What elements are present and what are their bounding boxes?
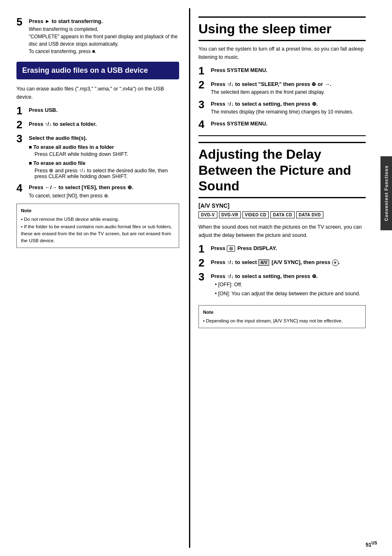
sleep-step-3-content: Press ↑/↓ to select a setting, then pres… (211, 99, 366, 116)
right-column: Using the sleep timer You can set the sy… (189, 8, 378, 548)
adjust-step-2-label: Press ↑/↓ to select A/V [A/V SYNC], then… (211, 259, 366, 266)
sleep-step-3-desc: The minutes display (the remaining time)… (211, 108, 366, 116)
adjust-step-2-content: Press ↑/↓ to select A/V [A/V SYNC], then… (211, 257, 366, 267)
step-5-desc: When transferring is completed, "COMPLET… (29, 25, 179, 55)
erase-step-2-label: Press ↑/↓ to select a folder. (29, 121, 179, 127)
erase-step-4-number: 4 (16, 183, 25, 193)
sleep-step-4-content: Press SYSTEM MENU. (211, 119, 366, 128)
erase-step-4-cancel: To cancel, select [NO], then press ⊕. (29, 192, 179, 199)
adjust-step-1: 1 Press ⊟ Press DISPLAY. (198, 243, 366, 254)
adjust-note-box: Note Depending on the input stream, [A/V… (198, 305, 366, 329)
erase-step-3-content: Select the audio file(s). To erase all a… (29, 133, 179, 179)
badge-videocd: VIDEO CD (242, 211, 269, 218)
adjust-step-1-content: Press ⊟ Press DISPLAY. (211, 243, 366, 253)
erase-section-header: Erasing audio files on a USB device (16, 62, 179, 79)
erase-step-3-label: Select the audio file(s). (29, 135, 179, 141)
sleep-step-1-label: Press SYSTEM MENU. (211, 67, 366, 73)
adjusting-intro: When the sound does not match the pictur… (198, 223, 366, 239)
erase-step-2-content: Press ↑/↓ to select a folder. (29, 119, 179, 128)
erase-step-3: 3 Select the audio file(s). To erase all… (16, 133, 179, 179)
erase-section-title: Erasing audio files on a USB device (22, 66, 173, 75)
option-on: [ON]: You can adjust the delay between t… (215, 290, 366, 298)
adjust-step-3-number: 3 (198, 271, 208, 282)
sleep-step-4-number: 4 (198, 119, 208, 130)
erase-step-4: 4 Press ←/→ to select [YES], then press … (16, 183, 179, 199)
sidebar-tab: Convenient Functions (380, 156, 392, 230)
page-number: 51US (366, 541, 377, 548)
sidebar-tab-label: Convenient Functions (384, 165, 389, 221)
sleep-step-1-number: 1 (198, 65, 208, 76)
erase-note-title: Note (21, 207, 175, 214)
adjust-note-1: Depending on the input stream, [A/V SYNC… (203, 317, 361, 324)
step-5-label: Press ► to start transferring. (29, 18, 179, 24)
av-sync-subtitle: [A/V SYNC] (198, 202, 366, 209)
page: 5 Press ► to start transferring. When tr… (0, 0, 392, 556)
badge-datadvd: DATA DVD (296, 211, 323, 218)
section-divider (198, 135, 366, 136)
badge-datacd: DATA CD (270, 211, 295, 218)
erase-step-2: 2 Press ↑/↓ to select a folder. (16, 119, 179, 130)
adjust-step-3-options: [OFF]: Off. [ON]: You can adjust the del… (211, 281, 366, 298)
av-sync-badge: A/V (258, 259, 270, 266)
sleep-step-1-content: Press SYSTEM MENU. (211, 65, 366, 74)
step-5-content: Press ► to start transferring. When tran… (29, 16, 179, 55)
adjust-step-2-number: 2 (198, 257, 208, 268)
adjust-note-list: Depending on the input stream, [A/V SYNC… (203, 317, 361, 324)
erase-step-4-label: Press ←/→ to select [YES], then press ⊕. (29, 184, 179, 190)
sleep-step-4-label: Press SYSTEM MENU. (211, 120, 366, 127)
erase-note-list: Do not remove the USB device while erasi… (21, 216, 175, 244)
sleep-intro: You can set the system to turn off at a … (198, 45, 366, 61)
step-5: 5 Press ► to start transferring. When tr… (16, 16, 179, 55)
sleep-step-3: 3 Press ↑/↓ to select a setting, then pr… (198, 99, 366, 116)
erase-step-1: 1 Press USB. (16, 105, 179, 116)
left-column: 5 Press ► to start transferring. When tr… (0, 8, 189, 548)
erase-step-1-number: 1 (16, 105, 25, 116)
option-off: [OFF]: Off. (215, 281, 366, 289)
badge-dvdvr: DVD-VR (219, 211, 241, 218)
sleep-step-2: 2 Press ↑/↓ to select "SLEEP," then pres… (198, 79, 366, 96)
erase-step-2-number: 2 (16, 119, 25, 130)
adjust-step-1-label: Press ⊟ Press DISPLAY. (211, 245, 366, 252)
adjusting-title: Adjusting the Delay Between the Picture … (198, 142, 366, 198)
erase-step-1-label: Press USB. (29, 107, 179, 113)
sleep-step-4: 4 Press SYSTEM MENU. (198, 119, 366, 130)
adjust-step-3-content: Press ↑/↓ to select a setting, then pres… (211, 271, 366, 299)
sleep-step-2-desc: The selected item appears in the front p… (211, 88, 366, 96)
display-icon: ⊟ (227, 246, 235, 252)
sleep-step-1: 1 Press SYSTEM MENU. (198, 65, 366, 76)
sub2-desc: Press ⊕ and press ↑/↓ to select the desi… (35, 167, 179, 179)
erase-step-1-content: Press USB. (29, 105, 179, 114)
adjust-note-title: Note (203, 309, 361, 316)
sub-head-erase-one: To erase an audio file (29, 160, 179, 166)
adjust-step-2: 2 Press ↑/↓ to select A/V [A/V SYNC], th… (198, 257, 366, 268)
format-badges: DVD-V DVD-VR VIDEO CD DATA CD DATA DVD (198, 211, 366, 218)
step-5-number: 5 (16, 16, 25, 27)
erase-note-1: Do not remove the USB device while erasi… (21, 216, 175, 223)
erase-note-box: Note Do not remove the USB device while … (16, 204, 179, 248)
sleep-step-3-number: 3 (198, 99, 208, 110)
erase-step-4-content: Press ←/→ to select [YES], then press ⊕.… (29, 183, 179, 199)
sleep-step-3-label: Press ↑/↓ to select a setting, then pres… (211, 101, 366, 107)
sleep-step-2-number: 2 (198, 79, 208, 90)
adjust-step-1-number: 1 (198, 243, 208, 254)
sub1-desc: Press CLEAR while holding down SHIFT. (35, 151, 179, 157)
adjust-step-3-label: Press ↑/↓ to select a setting, then pres… (211, 273, 366, 279)
erase-intro: You can erase audio files (".mp3," ".wma… (16, 85, 179, 101)
erase-note-2: If the folder to be erased contains non-… (21, 223, 175, 245)
adjust-step-3: 3 Press ↑/↓ to select a setting, then pr… (198, 271, 366, 299)
circle-plus-icon: + (332, 259, 339, 266)
sub-head-erase-all: To erase all audio files in a folder (29, 144, 179, 150)
sleep-step-2-content: Press ↑/↓ to select "SLEEP," then press … (211, 79, 366, 96)
badge-dvdv: DVD-V (198, 211, 217, 218)
sleep-timer-title: Using the sleep timer (198, 16, 366, 41)
sleep-step-2-label: Press ↑/↓ to select "SLEEP," then press … (211, 81, 366, 87)
erase-step-3-number: 3 (16, 133, 25, 144)
